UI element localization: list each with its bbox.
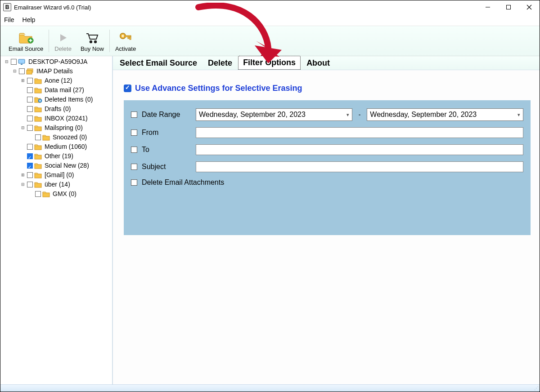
resize-grip-icon[interactable]: ⋰: [534, 386, 539, 391]
date-range-checkbox[interactable]: [131, 111, 137, 118]
checkbox[interactable]: [27, 106, 33, 112]
from-checkbox[interactable]: [131, 129, 137, 136]
tree-item[interactable]: INBOX (20241): [20, 114, 112, 123]
checkbox[interactable]: [27, 87, 33, 93]
svg-point-9: [94, 40, 96, 42]
checkbox[interactable]: [11, 59, 17, 65]
svg-rect-27: [35, 146, 41, 150]
monitor-icon: [18, 59, 26, 65]
svg-rect-23: [35, 108, 41, 112]
folder-icon: [42, 134, 50, 141]
cart-icon: [86, 30, 99, 45]
tab-about[interactable]: About: [302, 56, 335, 70]
svg-rect-32: [43, 193, 50, 197]
svg-rect-31: [35, 183, 41, 187]
play-icon: [58, 30, 68, 45]
maximize-icon: [506, 4, 511, 10]
checkbox[interactable]: [27, 116, 33, 121]
close-icon: [526, 4, 532, 10]
svg-rect-25: [35, 127, 41, 131]
expand-icon[interactable]: ⊟: [20, 125, 26, 131]
email-source-button[interactable]: Email Source: [4, 28, 48, 54]
svg-rect-28: [35, 155, 41, 159]
expand-icon[interactable]: ⊞: [20, 173, 26, 178]
svg-rect-24: [35, 117, 41, 121]
key-icon: [119, 30, 132, 45]
toolbar-label: Delete: [54, 45, 72, 52]
subject-input[interactable]: [196, 161, 523, 172]
checkbox[interactable]: [27, 78, 33, 84]
checkbox[interactable]: [27, 125, 33, 131]
minimize-button[interactable]: [477, 0, 498, 14]
svg-rect-30: [35, 174, 41, 178]
folder-icon: [34, 153, 42, 160]
tree-item[interactable]: Other (19): [20, 151, 112, 161]
tree-item-label: Aone (12): [44, 76, 73, 85]
tab-strip: Select Email Source Delete Filter Option…: [113, 56, 540, 70]
svg-rect-20: [35, 89, 41, 93]
checkbox[interactable]: [27, 153, 33, 159]
tree-item[interactable]: ⊟über (14): [20, 180, 112, 189]
tree-item-label: Social New (28): [44, 161, 90, 170]
expand-icon[interactable]: ⊞: [20, 78, 26, 84]
spacer: [20, 116, 26, 121]
tab-filter-options[interactable]: Filter Options: [238, 56, 301, 70]
checkbox[interactable]: [35, 134, 41, 140]
minimize-icon: [485, 4, 490, 10]
to-checkbox[interactable]: [131, 147, 137, 153]
date-to-picker[interactable]: Wednesday, September 20, 2023 ▾: [367, 108, 523, 121]
tree-item[interactable]: Drafts (0): [20, 104, 112, 114]
expand-icon[interactable]: ⊟: [20, 182, 26, 187]
app-icon: B: [3, 3, 11, 11]
tree-item[interactable]: Medium (1060): [20, 142, 112, 151]
tree-item[interactable]: Deleted Items (0): [20, 95, 112, 104]
tree-item[interactable]: ⊟Mailspring (0): [20, 123, 112, 133]
tree-item[interactable]: ⊞[Gmail] (0): [20, 170, 112, 180]
date-range-label: Date Range: [142, 111, 191, 119]
advance-settings-label: Use Advance Settings for Selective Erasi…: [135, 84, 302, 93]
tree-item-label: Deleted Items (0): [44, 95, 94, 104]
date-from-picker[interactable]: Wednesday, September 20, 2023 ▾: [196, 108, 352, 121]
tree-root[interactable]: ⊟ DESKTOP-A59O9JA: [4, 57, 112, 67]
delete-attachments-checkbox[interactable]: [131, 179, 137, 186]
tab-select-source[interactable]: Select Email Source: [115, 56, 202, 70]
maximize-button[interactable]: [498, 0, 519, 14]
checkbox[interactable]: [27, 163, 33, 169]
checkbox[interactable]: [27, 172, 33, 178]
checkbox[interactable]: [27, 182, 33, 187]
filter-box: Date Range Wednesday, September 20, 2023…: [124, 100, 531, 235]
collapse-icon[interactable]: ⊟: [4, 59, 9, 65]
checkbox[interactable]: [27, 144, 33, 150]
tree-item[interactable]: Snoozed (0): [28, 133, 112, 142]
buy-now-button[interactable]: Buy Now: [76, 28, 108, 54]
from-input[interactable]: [196, 127, 523, 138]
checkbox[interactable]: [27, 97, 33, 102]
tree-item[interactable]: Data mail (27): [20, 85, 112, 95]
checkbox[interactable]: [35, 191, 41, 197]
tree-item[interactable]: Social New (28): [20, 161, 112, 170]
toolbar-label: Email Source: [9, 45, 43, 52]
menu-file[interactable]: File: [4, 16, 14, 23]
folder-icon: [34, 78, 42, 84]
tree-item[interactable]: ⊞Aone (12): [20, 76, 112, 85]
folder-tree[interactable]: ⊟ DESKTOP-A59O9JA ⊟: [0, 56, 112, 384]
activate-button[interactable]: Activate: [111, 28, 140, 54]
to-label: To: [142, 146, 191, 154]
tree-item-label: Data mail (27): [44, 85, 85, 95]
tree-label: DESKTOP-A59O9JA: [27, 57, 88, 67]
tab-delete[interactable]: Delete: [203, 56, 237, 70]
svg-point-11: [122, 35, 124, 37]
to-input[interactable]: [196, 144, 523, 155]
tree-imap[interactable]: ⊟ IMAP Details: [12, 67, 112, 76]
tree-item[interactable]: GMX (0): [28, 189, 112, 199]
delete-button[interactable]: Delete: [50, 28, 76, 54]
spacer: [20, 154, 26, 159]
close-button[interactable]: [519, 0, 540, 14]
folder-icon: [34, 163, 42, 169]
subject-checkbox[interactable]: [131, 164, 137, 170]
collapse-icon[interactable]: ⊟: [12, 69, 18, 74]
advance-settings-checkbox[interactable]: [124, 85, 131, 92]
checkbox[interactable]: [19, 68, 25, 74]
menu-help[interactable]: Help: [22, 16, 36, 23]
folder-icon: [34, 125, 42, 131]
